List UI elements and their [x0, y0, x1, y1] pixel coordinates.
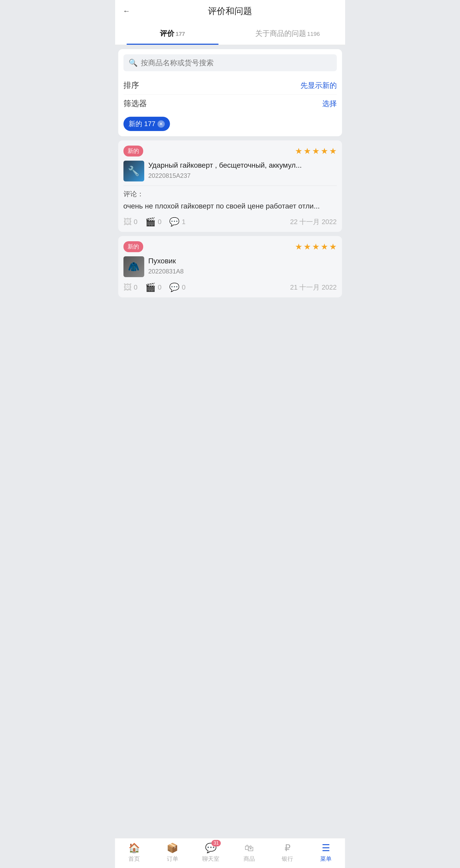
- image-icon: 🖼: [124, 217, 132, 227]
- tab-questions-count: 1196: [307, 31, 320, 37]
- stars: ★ ★ ★ ★ ★: [295, 242, 337, 252]
- filter-label: 筛选器: [124, 98, 147, 109]
- star-4: ★: [321, 242, 328, 252]
- star-5: ★: [329, 146, 337, 156]
- tab-questions-label: 关于商品的问题: [255, 29, 306, 37]
- review-images-count: 0: [134, 283, 137, 291]
- review-videos-count: 0: [158, 218, 161, 226]
- review-stat-images: 🖼 0: [124, 217, 137, 227]
- header: ← 评价和问题: [115, 0, 345, 22]
- product-thumbnail: [124, 256, 144, 277]
- filter-tag-new-count: 177: [144, 120, 156, 128]
- review-card-header: 新的 ★ ★ ★ ★ ★: [124, 241, 337, 252]
- review-replies-count: 1: [182, 218, 185, 226]
- product-details: Пуховик 20220831A8: [149, 256, 337, 275]
- chat-icon: 💬: [169, 217, 179, 227]
- star-1: ★: [295, 146, 302, 156]
- reviews-container: 新的 ★ ★ ★ ★ ★ Ударный гайковерт , бесщето…: [115, 141, 345, 303]
- tab-reviews-count: 177: [175, 31, 185, 37]
- star-2: ★: [303, 146, 311, 156]
- product-details: Ударный гайковерт , бесщеточный, аккумул…: [149, 161, 337, 179]
- review-footer: 🖼 0 🎬 0 💬 0 21 十一月 2022: [124, 282, 337, 292]
- review-card: 新的 ★ ★ ★ ★ ★ Пуховик 20220831A8 🖼 0 🎬: [118, 236, 342, 298]
- filter-panel: 🔍 排序 先显示新的 筛选器 选择 新的 177 ✕: [118, 49, 342, 136]
- product-name: Пуховик: [149, 256, 337, 266]
- star-4: ★: [321, 146, 328, 156]
- review-divider: [124, 186, 337, 186]
- review-images-count: 0: [134, 218, 137, 226]
- star-3: ★: [312, 242, 320, 252]
- search-box[interactable]: 🔍: [124, 54, 337, 71]
- page-title: 评价和问题: [208, 5, 252, 17]
- review-stat-replies: 💬 1: [169, 217, 185, 227]
- review-stat-videos: 🎬 0: [145, 282, 161, 292]
- filter-tag-new[interactable]: 新的 177 ✕: [124, 117, 170, 131]
- image-icon: 🖼: [124, 283, 132, 292]
- tabs-container: 评价177 关于商品的问题1196: [115, 22, 345, 45]
- review-stat-images: 🖼 0: [124, 283, 137, 292]
- review-videos-count: 0: [158, 283, 161, 291]
- product-info: Ударный гайковерт , бесщеточный, аккумул…: [124, 161, 337, 181]
- review-card: 新的 ★ ★ ★ ★ ★ Ударный гайковерт , бесщето…: [118, 141, 342, 232]
- star-2: ★: [303, 242, 311, 252]
- sort-value[interactable]: 先显示新的: [300, 81, 337, 90]
- filter-tag-new-label: 新的: [129, 119, 142, 128]
- tab-reviews-label: 评价: [160, 29, 174, 37]
- chat-icon: 💬: [169, 282, 179, 292]
- product-thumbnail: [124, 161, 144, 181]
- star-5: ★: [329, 242, 337, 252]
- filter-row: 筛选器 选择: [124, 95, 337, 113]
- star-1: ★: [295, 242, 302, 252]
- sort-row: 排序 先显示新的: [124, 76, 337, 94]
- sort-label: 排序: [124, 80, 139, 91]
- tab-questions[interactable]: 关于商品的问题1196: [230, 22, 345, 45]
- review-comment: очень не плохой гайковерт по своей цене …: [124, 201, 337, 212]
- review-date: 22 十一月 2022: [290, 217, 336, 226]
- search-input[interactable]: [141, 59, 332, 67]
- tab-reviews[interactable]: 评价177: [115, 22, 230, 45]
- product-info: Пуховик 20220831A8: [124, 256, 337, 277]
- review-replies-count: 0: [182, 283, 185, 291]
- filter-tags: 新的 177 ✕: [124, 113, 337, 131]
- filter-tag-close-button[interactable]: ✕: [158, 120, 165, 128]
- product-sku: 20220815A237: [149, 172, 337, 179]
- filter-select-button[interactable]: 选择: [322, 99, 337, 108]
- back-button[interactable]: ←: [123, 7, 130, 16]
- review-stat-replies: 💬 0: [169, 282, 185, 292]
- star-3: ★: [312, 146, 320, 156]
- product-name: Ударный гайковерт , бесщеточный, аккумул…: [149, 161, 337, 170]
- stars: ★ ★ ★ ★ ★: [295, 146, 337, 156]
- review-date: 21 十一月 2022: [290, 283, 336, 292]
- review-comment-label: 评论：: [124, 189, 337, 198]
- review-stat-videos: 🎬 0: [145, 217, 161, 227]
- review-footer: 🖼 0 🎬 0 💬 1 22 十一月 2022: [124, 217, 337, 227]
- product-sku: 20220831A8: [149, 268, 337, 275]
- new-badge: 新的: [124, 146, 143, 156]
- search-icon: 🔍: [129, 59, 138, 67]
- review-card-header: 新的 ★ ★ ★ ★ ★: [124, 146, 337, 156]
- video-icon: 🎬: [145, 217, 156, 227]
- new-badge: 新的: [124, 241, 143, 252]
- video-icon: 🎬: [145, 282, 156, 292]
